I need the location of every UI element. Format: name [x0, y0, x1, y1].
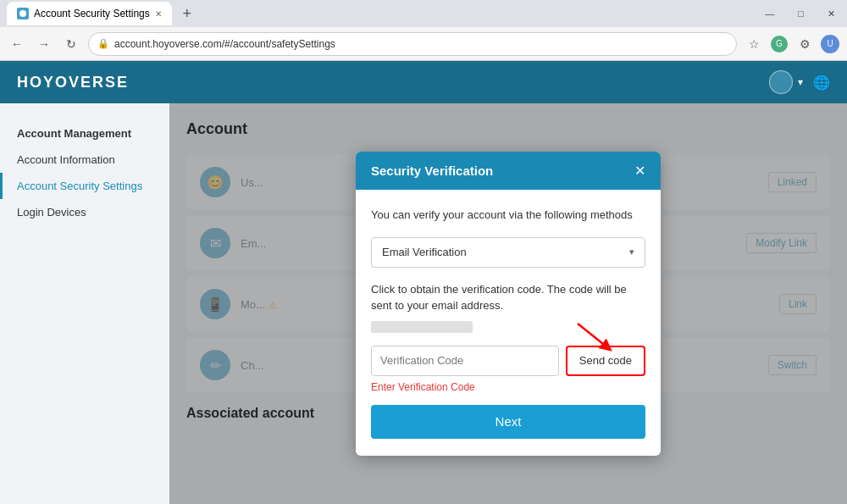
next-button[interactable]: Next — [371, 405, 645, 439]
refresh-button[interactable]: ↻ — [61, 34, 81, 54]
maximize-button[interactable]: □ — [793, 7, 809, 20]
svg-point-0 — [19, 10, 26, 17]
extension-hoyoverse[interactable]: G — [769, 34, 789, 54]
click-instruction-text: Click to obtain the verification code. T… — [371, 281, 645, 314]
verification-row: Send code — [371, 346, 645, 376]
user-profile-nav[interactable]: U — [820, 34, 840, 54]
close-button[interactable]: ✕ — [822, 7, 840, 21]
browser-tab[interactable]: Account Security Settings ✕ — [7, 2, 172, 25]
dropdown-arrow-icon: ▾ — [629, 246, 634, 258]
svg-line-2 — [578, 324, 607, 347]
page-content: Account 😊 Us... Linked ✉ Em... Modify Li… — [169, 103, 847, 504]
modal-description: You can verify your account via the foll… — [371, 207, 645, 224]
back-button[interactable]: ← — [7, 34, 27, 54]
red-arrow-annotation — [573, 322, 616, 354]
tab-close-icon[interactable]: ✕ — [155, 9, 162, 19]
dropdown-value: Email Verification — [382, 246, 467, 258]
modal-header: Security Verification ✕ — [356, 152, 661, 190]
tab-title: Account Security Settings — [34, 8, 150, 19]
modal-title: Security Verification — [371, 163, 493, 178]
address-text: account.hoyoverse.com/#/account/safetySe… — [114, 38, 335, 50]
masked-email — [371, 321, 473, 333]
extensions-icon[interactable]: ⚙ — [794, 34, 815, 54]
header-user[interactable]: ▾ — [769, 70, 803, 94]
sidebar-item-login-devices[interactable]: Login Devices — [0, 199, 169, 225]
modal-body: You can verify your account via the foll… — [356, 190, 661, 456]
app-header: HOYOVERSE ▾ 🌐 — [0, 61, 847, 103]
sidebar-item-account-info[interactable]: Account Information — [0, 147, 169, 173]
header-username: ▾ — [798, 76, 803, 88]
profile-avatar: U — [821, 35, 839, 53]
modal-close-button[interactable]: ✕ — [634, 164, 645, 178]
app-logo: HOYOVERSE — [17, 74, 129, 91]
minimize-button[interactable]: — — [760, 7, 779, 20]
bookmark-icon[interactable]: ☆ — [744, 34, 764, 54]
forward-button[interactable]: → — [34, 34, 54, 54]
globe-icon[interactable]: 🌐 — [813, 75, 830, 91]
sidebar: Account Management Account Information A… — [0, 103, 169, 504]
sidebar-section-account: Account Management — [0, 120, 169, 147]
ext-icon: G — [771, 36, 788, 53]
security-verification-modal: Security Verification ✕ You can verify y… — [356, 152, 661, 456]
new-tab-button[interactable]: + — [175, 2, 199, 25]
tab-favicon — [17, 8, 29, 19]
error-message: Enter Verification Code — [371, 381, 645, 393]
address-bar[interactable]: 🔒 account.hoyoverse.com/#/account/safety… — [88, 32, 737, 56]
lock-icon: 🔒 — [97, 38, 109, 49]
verification-code-input[interactable] — [371, 346, 559, 376]
sidebar-item-security-settings[interactable]: Account Security Settings — [0, 173, 169, 199]
verification-method-dropdown[interactable]: Email Verification ▾ — [371, 237, 645, 268]
header-avatar — [769, 70, 793, 94]
modal-overlay: Security Verification ✕ You can verify y… — [169, 103, 847, 504]
